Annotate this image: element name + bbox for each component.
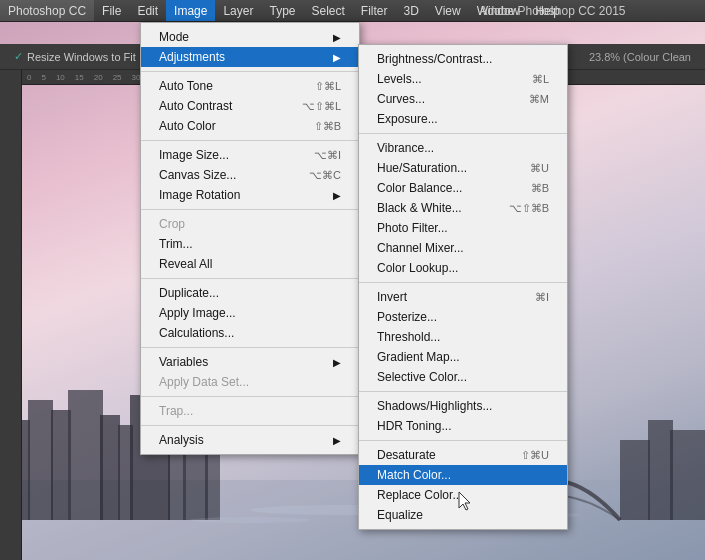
menu-mode[interactable]: Mode ▶ — [141, 27, 359, 47]
separator-1 — [141, 71, 359, 72]
resize-label: Resize Windows to Fit — [27, 51, 136, 63]
menu-hue-saturation[interactable]: Hue/Saturation... ⌘U — [359, 158, 567, 178]
menubar-ps[interactable]: Photoshop CC — [0, 0, 94, 21]
menu-reveal-all[interactable]: Reveal All — [141, 254, 359, 274]
menu-invert[interactable]: Invert ⌘I — [359, 287, 567, 307]
menu-selective-color[interactable]: Selective Color... — [359, 367, 567, 387]
menu-color-lookup[interactable]: Color Lookup... — [359, 258, 567, 278]
menu-levels[interactable]: Levels... ⌘L — [359, 69, 567, 89]
menu-apply-data-set: Apply Data Set... — [141, 372, 359, 392]
menubar-filter[interactable]: Filter — [353, 0, 396, 21]
svg-rect-4 — [68, 390, 103, 520]
menu-photo-filter[interactable]: Photo Filter... — [359, 218, 567, 238]
menu-black-white[interactable]: Black & White... ⌥⇧⌘B — [359, 198, 567, 218]
svg-rect-13 — [670, 430, 705, 520]
separator-7 — [141, 425, 359, 426]
menu-analysis[interactable]: Analysis ▶ — [141, 430, 359, 450]
rotation-arrow: ▶ — [333, 190, 341, 201]
menu-gradient-map[interactable]: Gradient Map... — [359, 347, 567, 367]
menu-image-rotation[interactable]: Image Rotation ▶ — [141, 185, 359, 205]
menu-curves[interactable]: Curves... ⌘M — [359, 89, 567, 109]
menu-crop: Crop — [141, 214, 359, 234]
menu-canvas-size[interactable]: Canvas Size... ⌥⌘C — [141, 165, 359, 185]
separator-5 — [141, 347, 359, 348]
menubar-items: Photoshop CC File Edit Image Layer Type … — [0, 0, 568, 21]
menu-hdr-toning[interactable]: HDR Toning... — [359, 416, 567, 436]
svg-rect-2 — [28, 400, 53, 520]
dropdown-container: Mode ▶ Adjustments ▶ Auto Tone ⇧⌘L Auto … — [140, 22, 360, 455]
menubar-layer[interactable]: Layer — [215, 0, 261, 21]
menubar-file[interactable]: File — [94, 0, 129, 21]
menubar-view[interactable]: View — [427, 0, 469, 21]
svg-point-15 — [190, 517, 310, 523]
menubar-help[interactable]: Help — [527, 0, 568, 21]
menu-apply-image[interactable]: Apply Image... — [141, 303, 359, 323]
menu-exposure[interactable]: Exposure... — [359, 109, 567, 129]
doc-info: 23.8% (Colour Clean — [583, 49, 697, 65]
menu-variables[interactable]: Variables ▶ — [141, 352, 359, 372]
menu-auto-color[interactable]: Auto Color ⇧⌘B — [141, 116, 359, 136]
menubar-image[interactable]: Image — [166, 0, 215, 21]
separator-6 — [141, 396, 359, 397]
resize-windows-checkbox[interactable]: ✓ Resize Windows to Fit — [8, 48, 142, 65]
adjustments-arrow: ▶ — [333, 52, 341, 63]
menu-trap: Trap... — [141, 401, 359, 421]
ruler-vertical — [0, 70, 22, 560]
svg-rect-11 — [620, 440, 650, 520]
menu-duplicate[interactable]: Duplicate... — [141, 283, 359, 303]
svg-rect-12 — [648, 420, 673, 520]
image-menu: Mode ▶ Adjustments ▶ Auto Tone ⇧⌘L Auto … — [140, 22, 360, 455]
svg-rect-5 — [100, 415, 120, 520]
analysis-arrow: ▶ — [333, 435, 341, 446]
menubar-edit[interactable]: Edit — [129, 0, 166, 21]
separator-2 — [141, 140, 359, 141]
mode-arrow: ▶ — [333, 32, 341, 43]
menu-vibrance[interactable]: Vibrance... — [359, 138, 567, 158]
variables-arrow: ▶ — [333, 357, 341, 368]
menu-posterize[interactable]: Posterize... — [359, 307, 567, 327]
menu-channel-mixer[interactable]: Channel Mixer... — [359, 238, 567, 258]
menu-auto-contrast[interactable]: Auto Contrast ⌥⇧⌘L — [141, 96, 359, 116]
separator-4 — [141, 278, 359, 279]
menu-auto-tone[interactable]: Auto Tone ⇧⌘L — [141, 76, 359, 96]
menubar-window[interactable]: Window — [469, 0, 528, 21]
menu-desaturate[interactable]: Desaturate ⇧⌘U — [359, 445, 567, 465]
menu-trim[interactable]: Trim... — [141, 234, 359, 254]
menu-match-color[interactable]: Match Color... — [359, 465, 567, 485]
adj-separator-1 — [359, 133, 567, 134]
menu-threshold[interactable]: Threshold... — [359, 327, 567, 347]
menu-equalize[interactable]: Equalize — [359, 505, 567, 525]
adjustments-submenu: Brightness/Contrast... Levels... ⌘L Curv… — [358, 44, 568, 530]
menu-color-balance[interactable]: Color Balance... ⌘B — [359, 178, 567, 198]
menubar: Photoshop CC File Edit Image Layer Type … — [0, 0, 705, 22]
adj-separator-3 — [359, 391, 567, 392]
menu-calculations[interactable]: Calculations... — [141, 323, 359, 343]
menubar-3d[interactable]: 3D — [396, 0, 427, 21]
adj-separator-2 — [359, 282, 567, 283]
menu-adjustments[interactable]: Adjustments ▶ — [141, 47, 359, 67]
menu-replace-color[interactable]: Replace Color... — [359, 485, 567, 505]
adj-separator-4 — [359, 440, 567, 441]
menu-image-size[interactable]: Image Size... ⌥⌘I — [141, 145, 359, 165]
menubar-select[interactable]: Select — [303, 0, 352, 21]
separator-3 — [141, 209, 359, 210]
menu-shadows-highlights[interactable]: Shadows/Highlights... — [359, 396, 567, 416]
menu-brightness-contrast[interactable]: Brightness/Contrast... — [359, 49, 567, 69]
menubar-type[interactable]: Type — [261, 0, 303, 21]
